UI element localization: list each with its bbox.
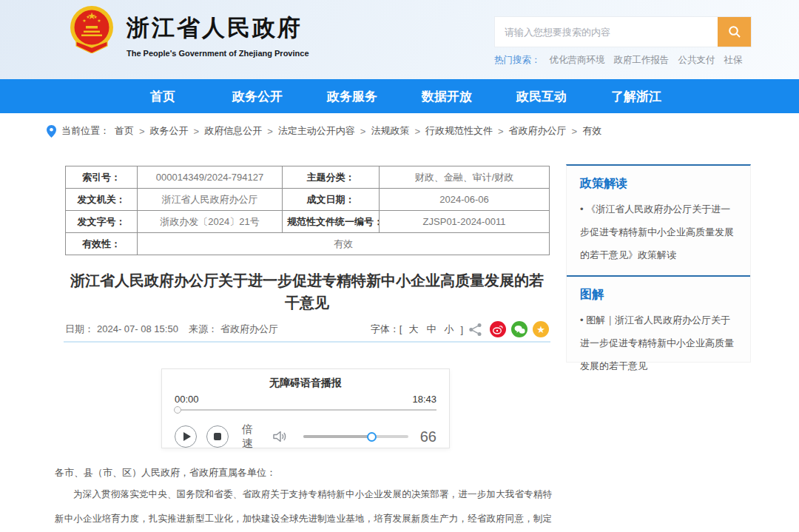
search-button[interactable] <box>718 17 751 47</box>
breadcrumb-separator: > <box>414 126 420 137</box>
nav-item-gov-disclosure[interactable]: 政务公开 <box>210 88 305 105</box>
breadcrumb-proactive-disclosure[interactable]: 法定主动公开内容 <box>278 124 355 138</box>
infographic-link[interactable]: • 图解｜浙江省人民政府办公厅关于进一步促进专精特新中小企业高质量发展的若干意见 <box>580 309 737 377</box>
nav-item-interaction[interactable]: 政民互动 <box>494 88 589 105</box>
breadcrumb: 当前位置： 首页 > 政务公开 > 政府信息公开 > 法定主动公开内容 > 法规… <box>47 124 601 138</box>
player-title: 无障碍语音播报 <box>175 377 436 390</box>
source-label: 来源： <box>189 323 218 334</box>
infographic-heading: 图解 <box>580 287 737 303</box>
issuing-agency-value: 浙江省人民政府办公厅 <box>138 189 283 211</box>
hot-search-label: 热门搜索： <box>494 54 541 67</box>
table-row: 发文字号： 浙政办发〔2024〕21号 规范性文件统一编号： ZJSP01-20… <box>66 211 550 233</box>
search-area: 热门搜索： 优化营商环境 政府工作报告 公共支付 社保 <box>494 16 752 67</box>
table-row: 发文机关： 浙江省人民政府办公厅 成文日期： 2024-06-06 <box>66 189 550 211</box>
site-subtitle: The People's Government of Zhejiang Prov… <box>127 49 309 58</box>
search-icon <box>727 24 742 39</box>
topic-category-value: 财政、金融、审计/财政 <box>380 166 550 189</box>
breadcrumb-home[interactable]: 首页 <box>115 124 134 138</box>
index-number-value: 000014349/2024-794127 <box>138 166 283 189</box>
font-size-small-button[interactable]: 小 <box>444 323 454 336</box>
speaker-icon <box>273 431 287 442</box>
policy-interpretation-text: 《浙江省人民政府办公厅关于进一步促进专精特新中小企业高质量发展的若干意见》政策解… <box>580 203 734 260</box>
breadcrumb-valid[interactable]: 有效 <box>582 124 601 138</box>
weibo-share-button[interactable] <box>490 321 506 337</box>
article-meta-right: 字体：[大中小] <box>371 321 549 337</box>
site-titles: 浙江省人民政府 The People's Government of Zheji… <box>127 13 309 58</box>
site-title: 浙江省人民政府 <box>127 13 309 44</box>
breadcrumb-general-office[interactable]: 省政府办公厅 <box>509 124 567 138</box>
qzone-share-button[interactable]: ★ <box>533 321 549 337</box>
breadcrumb-gov-info[interactable]: 政府信息公开 <box>204 124 262 138</box>
stop-icon <box>214 433 221 440</box>
index-number-label: 索引号： <box>66 166 138 189</box>
article-salutation: 各市、县（市、区）人民政府，省政府直属各单位： <box>55 466 276 479</box>
playback-speed-button[interactable]: 倍速 <box>242 422 263 451</box>
volume-slider[interactable] <box>303 431 408 442</box>
article-meta-row: 日期：2024- 07- 08 15:50来源：省政府办公厅 字体：[大中小] <box>65 321 549 337</box>
article-paragraph: 为深入贯彻落实党中央、国务院和省委、省政府关于支持专精特新中小企业发展的决策部署… <box>55 482 552 532</box>
issue-date-value: 2024-06-06 <box>380 189 550 211</box>
article-title: 浙江省人民政府办公厅关于进一步促进专精特新中小企业高质量发展的若干意见 <box>65 269 549 314</box>
breadcrumb-gov-disclosure[interactable]: 政务公开 <box>150 124 189 138</box>
nav-item-home[interactable]: 首页 <box>115 88 210 105</box>
stop-button[interactable] <box>206 425 229 448</box>
national-emblem-logo[interactable]: ★ ★ ★ ★ ★ <box>69 4 115 53</box>
content-divider <box>64 341 550 343</box>
issuing-agency-label: 发文机关： <box>66 189 138 211</box>
breadcrumb-regulations[interactable]: 法规政策 <box>371 124 409 138</box>
nav-item-about-zhejiang[interactable]: 了解浙江 <box>589 88 684 105</box>
doc-info-table: 索引号： 000014349/2024-794127 主题分类： 财政、金融、审… <box>65 166 550 255</box>
policy-interpretation-heading: 政策解读 <box>580 176 737 192</box>
search-box <box>494 16 752 47</box>
unified-number-value: ZJSP01-2024-0011 <box>380 211 550 233</box>
search-input[interactable] <box>495 17 718 47</box>
breadcrumb-separator: > <box>267 126 273 137</box>
hot-link-business-env[interactable]: 优化营商环境 <box>550 54 605 67</box>
doc-number-label: 发文字号： <box>66 211 138 233</box>
infographic-text: 图解｜浙江省人民政府办公厅关于进一步促进专精特新中小企业高质量发展的若干意见 <box>580 314 734 371</box>
page: ★ ★ ★ ★ ★ 浙江省人民政府 The People's Governmen… <box>0 0 799 532</box>
breadcrumb-separator: > <box>572 126 578 137</box>
share-button[interactable] <box>468 323 482 337</box>
volume-handle[interactable] <box>367 432 377 442</box>
site-header: ★ ★ ★ ★ ★ 浙江省人民政府 The People's Governmen… <box>0 0 799 79</box>
volume-mute-button[interactable] <box>273 431 287 442</box>
breadcrumb-separator: > <box>360 126 366 137</box>
nav-item-gov-services[interactable]: 政务服务 <box>305 88 400 105</box>
font-size-large-button[interactable]: 大 <box>408 323 418 336</box>
wechat-share-button[interactable] <box>511 321 527 337</box>
share-nodes-icon <box>468 323 482 337</box>
volume-value: 66 <box>420 428 436 445</box>
hot-link-work-report[interactable]: 政府工作报告 <box>614 54 670 67</box>
nav-item-open-data[interactable]: 数据开放 <box>400 88 494 105</box>
font-size-label: 字体：[ <box>371 323 402 336</box>
policy-interpretation-link[interactable]: • 《浙江省人民政府办公厅关于进一步促进专精特新中小企业高质量发展的若干意见》政… <box>580 198 737 266</box>
location-pin-icon <box>47 125 56 138</box>
bullet-icon: • <box>580 314 584 326</box>
svg-text:★: ★ <box>97 18 101 23</box>
wechat-icon <box>514 325 525 334</box>
validity-value: 有效 <box>138 233 550 255</box>
svg-text:★: ★ <box>86 15 90 19</box>
hot-search-row: 热门搜索： 优化营商环境 政府工作报告 公共支付 社保 <box>494 54 752 67</box>
hot-link-public-payment[interactable]: 公共支付 <box>678 54 715 67</box>
play-button[interactable] <box>175 425 197 448</box>
progress-slider[interactable] <box>175 405 436 414</box>
progress-handle[interactable] <box>174 406 181 414</box>
date-value: 2024- 07- 08 15:50 <box>97 323 178 334</box>
font-size-medium-button[interactable]: 中 <box>426 323 436 336</box>
play-icon <box>183 432 191 441</box>
breadcrumb-separator: > <box>194 126 200 137</box>
hot-link-social-security[interactable]: 社保 <box>724 54 743 67</box>
duration: 18:43 <box>412 394 436 405</box>
topic-category-label: 主题分类： <box>283 166 380 189</box>
player-time-row: 00:00 18:43 <box>175 394 436 405</box>
validity-label: 有效性： <box>66 233 138 255</box>
breadcrumb-normative-docs[interactable]: 行政规范性文件 <box>425 124 493 138</box>
date-label: 日期： <box>65 323 94 334</box>
table-row: 有效性： 有效 <box>66 233 550 255</box>
related-sidebar: 政策解读 • 《浙江省人民政府办公厅关于进一步促进专精特新中小企业高质量发展的若… <box>566 164 751 363</box>
source-value: 省政府办公厅 <box>220 323 278 334</box>
accessibility-audio-player: 无障碍语音播报 00:00 18:43 倍速 <box>161 368 450 448</box>
article-meta-left: 日期：2024- 07- 08 15:50来源：省政府办公厅 <box>65 323 281 336</box>
